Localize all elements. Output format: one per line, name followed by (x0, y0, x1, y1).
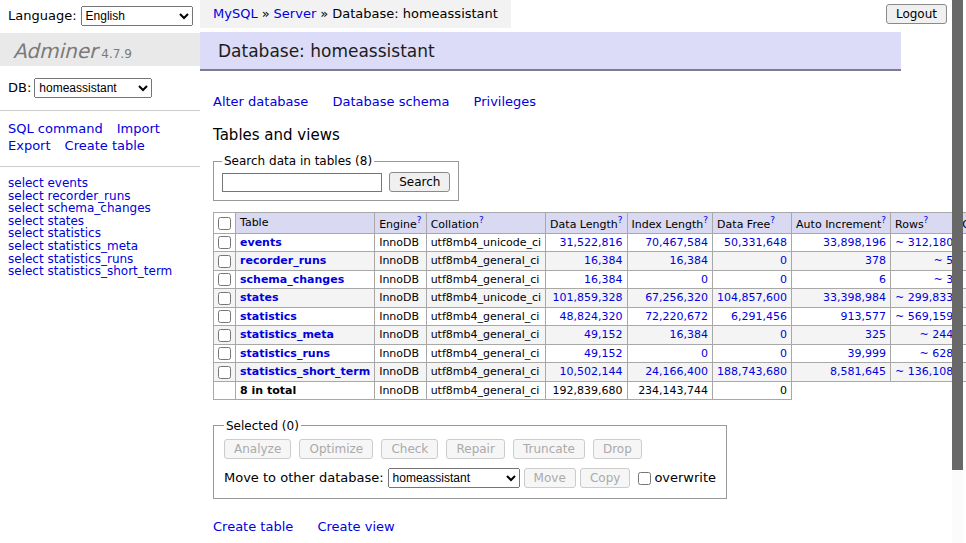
column-header: Rows? (891, 213, 958, 234)
row-checkbox[interactable] (218, 329, 231, 342)
row-checkbox[interactable] (218, 255, 231, 268)
breadcrumb-current: Database: homeassistant (332, 6, 498, 21)
column-help-link[interactable]: ? (703, 215, 708, 225)
table-name-link[interactable]: schema_changes (240, 273, 344, 286)
collation-cell: utf8mb4_general_ci (426, 326, 545, 345)
column-header: Data Free? (713, 213, 792, 234)
row-checkbox-cell (214, 270, 236, 289)
search-legend: Search data in tables (8) (222, 154, 374, 168)
auto-increment-cell: 33,898,196 (792, 233, 891, 252)
column-help-link[interactable]: ? (479, 215, 484, 225)
table-name-link[interactable]: statistics_short_term (240, 365, 370, 378)
table-name-link[interactable]: events (240, 236, 282, 249)
create-link[interactable]: Create table (213, 519, 293, 534)
main-content: Alter database Database schema Privilege… (200, 94, 966, 543)
table-name-link[interactable]: statistics (240, 310, 297, 323)
sidebar: Language:English Adminer4.7.9 DB:homeass… (0, 0, 200, 543)
column-help-link[interactable]: ? (770, 215, 775, 225)
sidebar-link-export[interactable]: Export (8, 138, 51, 153)
select-all-checkbox[interactable] (218, 217, 231, 230)
index-length-cell: 67,256,320 (627, 289, 713, 308)
table-header-row: Table Engine? Collation? Data Length? In… (214, 213, 966, 234)
sidebar-table-link[interactable]: select schema_changes (8, 202, 192, 215)
database-action-link[interactable]: Privileges (474, 94, 537, 109)
auto-increment-cell: 39,999 (792, 344, 891, 363)
overwrite-label[interactable]: overwrite (654, 470, 716, 485)
rows-count-cell[interactable]: ~ 628 (891, 344, 958, 363)
sidebar-link-import[interactable]: Import (117, 121, 160, 136)
sidebar-table-link[interactable]: select events (8, 177, 192, 190)
rows-count-cell[interactable]: ~ 5 (891, 252, 958, 271)
main-area: MySQL»Server»Database: homeassistant Log… (200, 0, 966, 543)
row-checkbox-cell (214, 307, 236, 326)
row-checkbox-cell (214, 252, 236, 271)
sidebar-table-link[interactable]: select statistics_meta (8, 240, 192, 253)
rows-count-cell[interactable]: ~ 312,180 (891, 233, 958, 252)
row-checkbox[interactable] (218, 236, 231, 249)
language-select[interactable]: English (81, 6, 193, 26)
selected-action-button[interactable]: Analyze (224, 439, 291, 459)
column-help-link[interactable]: ? (618, 215, 623, 225)
total-data-free-cell: 0 (713, 381, 792, 399)
selected-action-button[interactable]: Drop (593, 439, 642, 459)
sidebar-link-create-table[interactable]: Create table (65, 138, 145, 153)
overwrite-checkbox[interactable] (638, 472, 651, 485)
collation-cell: utf8mb4_general_ci (426, 344, 545, 363)
row-checkbox[interactable] (218, 366, 231, 379)
collation-cell: utf8mb4_general_ci (426, 307, 545, 326)
column-help-link[interactable]: ? (924, 215, 929, 225)
breadcrumb-server-link[interactable]: Server (274, 6, 317, 21)
table-name-link[interactable]: statistics_runs (240, 347, 330, 360)
logout-button[interactable]: Logout (886, 4, 947, 24)
selected-buttons-row: Analyze Optimize Check Repair Truncate D… (224, 439, 716, 459)
row-checkbox[interactable] (218, 273, 231, 286)
table-name-link[interactable]: recorder_runs (240, 254, 326, 267)
rows-count-cell[interactable]: ~ 136,108 (891, 363, 958, 382)
search-input[interactable] (222, 173, 382, 192)
rows-count-cell[interactable]: ~ 569,159 (891, 307, 958, 326)
column-header: Index Length? (627, 213, 713, 234)
total-empty-cell (792, 381, 966, 399)
row-checkbox[interactable] (218, 347, 231, 360)
auto-increment-cell: 8,581,645 (792, 363, 891, 382)
column-help-link[interactable]: ? (417, 215, 422, 225)
search-button[interactable]: Search (389, 172, 450, 192)
breadcrumb-mysql-link[interactable]: MySQL (213, 6, 258, 21)
vertical-scrollbar[interactable] (952, 0, 963, 543)
sidebar-link-sql-command[interactable]: SQL command (8, 121, 103, 136)
copy-button[interactable]: Copy (580, 468, 630, 488)
data-free-cell: 0 (713, 344, 792, 363)
column-help-link[interactable]: ? (881, 215, 886, 225)
rows-count-cell[interactable]: ~ 299,833 (891, 289, 958, 308)
collation-cell: utf8mb4_general_ci (426, 270, 545, 289)
rows-count-cell[interactable]: ~ 244 (891, 326, 958, 345)
scrollbar-thumb[interactable] (952, 0, 963, 470)
selected-action-button[interactable]: Truncate (513, 439, 585, 459)
column-header: Table (236, 213, 375, 234)
database-action-link[interactable]: Alter database (213, 94, 308, 109)
move-button[interactable]: Move (524, 468, 576, 488)
rows-count-cell[interactable]: ~ 3 (891, 270, 958, 289)
selected-action-button[interactable]: Repair (446, 439, 504, 459)
selected-action-button[interactable]: Optimize (299, 439, 373, 459)
table-name-link[interactable]: states (240, 291, 279, 304)
create-link[interactable]: Create view (317, 519, 394, 534)
auto-increment-cell: 913,577 (792, 307, 891, 326)
data-length-cell: 49,152 (546, 344, 627, 363)
db-selector-row: DB:homeassistant (0, 66, 200, 111)
db-select[interactable]: homeassistant (34, 78, 152, 98)
table-name-link[interactable]: statistics_meta (240, 328, 334, 341)
database-action-link[interactable]: Database schema (333, 94, 450, 109)
row-checkbox[interactable] (218, 292, 231, 305)
table-total-row: 8 in total InnoDB utf8mb4_general_ci 192… (214, 381, 966, 399)
app-logo: Adminer4.7.9 (0, 33, 200, 66)
auto-increment-cell: 325 (792, 326, 891, 345)
breadcrumb-separator: » (262, 6, 270, 21)
move-db-select[interactable]: homeassistant (388, 468, 520, 488)
table-row: statistics_short_term InnoDB utf8mb4_gen… (214, 363, 966, 382)
selected-action-button[interactable]: Check (381, 439, 438, 459)
sidebar-table-link[interactable]: select statistics_short_term (8, 265, 192, 278)
index-length-cell: 0 (627, 344, 713, 363)
row-checkbox[interactable] (218, 310, 231, 323)
column-header: Collation? (426, 213, 545, 234)
